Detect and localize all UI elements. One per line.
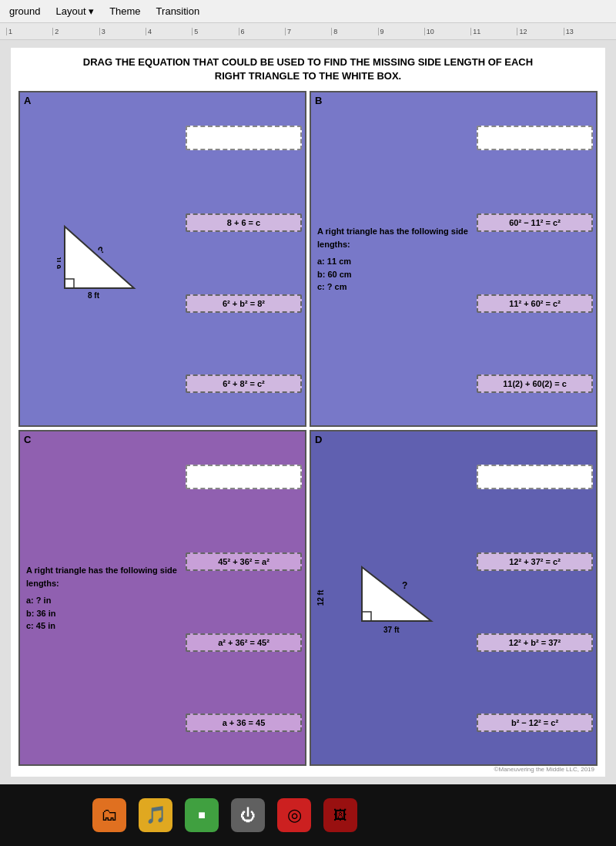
- slide-title: DRAG THE EQUATION THAT COULD BE USED TO …: [18, 55, 598, 83]
- ruler-mark: 12: [517, 28, 563, 35]
- quadrant-a: A ? 6 ft 8 ft: [18, 91, 306, 427]
- quad-d-right: 12² + 37² = c² 12² + b² = 37² b² − 12² =…: [477, 431, 596, 764]
- music-icon[interactable]: 🎵: [139, 798, 172, 832]
- title-line2: RIGHT TRIANGLE TO THE WHITE BOX.: [18, 69, 598, 83]
- copyright: ©Maneuvering the Middle LLC, 2019: [18, 766, 598, 773]
- ruler-mark: 7: [285, 28, 331, 35]
- quad-b-eq3[interactable]: 11(2) + 60(2) = c: [477, 374, 593, 393]
- quad-a-eq3[interactable]: 6² + 8² = c²: [186, 374, 302, 393]
- ruler-mark: 5: [192, 28, 238, 35]
- quad-d-answer-box[interactable]: [477, 465, 593, 489]
- quad-c-eq1[interactable]: 45² + 36² = a²: [186, 552, 302, 571]
- ruler: 1 2 3 4 5 6 7 8 9 10 11 12 13: [0, 23, 616, 40]
- quad-c-answer-box[interactable]: [186, 465, 302, 489]
- svg-text:37 ft: 37 ft: [383, 626, 400, 634]
- quadrant-d-label: D: [315, 434, 322, 445]
- menu-bar: ground Layout ▾ Theme Transition: [0, 0, 616, 23]
- quad-b-eq1[interactable]: 60² − 11² = c²: [477, 213, 593, 232]
- svg-text:?: ?: [95, 244, 106, 257]
- quadrant-grid: A ? 6 ft 8 ft: [18, 91, 598, 766]
- quad-a-left: ? 6 ft 8 ft: [20, 92, 186, 425]
- slide: DRAG THE EQUATION THAT COULD BE USED TO …: [11, 48, 605, 777]
- quad-d-eq2[interactable]: 12² + b² = 37²: [477, 633, 593, 652]
- svg-text:?: ?: [402, 580, 407, 591]
- power-icon[interactable]: ⏻: [231, 798, 265, 832]
- quad-c-info: A right triangle has the following side …: [23, 561, 182, 636]
- quad-b-left: A right triangle has the following side …: [311, 92, 477, 425]
- quad-a-right: 8 + 6 = c 6² + b² = 8² 6² + 8² = c²: [186, 92, 305, 425]
- quad-d-eq1[interactable]: 12² + 37² = c²: [477, 552, 593, 571]
- quad-c-right: 45² + 36² = a² a² + 36² = 45² a + 36 = 4…: [186, 431, 305, 764]
- ruler-mark: 4: [146, 28, 192, 35]
- chrome-icon[interactable]: ◎: [277, 798, 311, 832]
- quadrant-d: D 12 ft ? 37 ft: [310, 430, 598, 766]
- ruler-mark: 1: [6, 28, 52, 35]
- quad-a-answer-box[interactable]: [186, 126, 302, 150]
- svg-marker-4: [362, 567, 431, 621]
- quadrant-b: B A right triangle has the following sid…: [310, 91, 598, 427]
- quad-c-a: a: ? in: [26, 594, 179, 607]
- triangle-d-svg: ? 37 ft: [354, 559, 447, 636]
- quad-d-12ft-label: 12 ft: [316, 590, 325, 606]
- slide-area: DRAG THE EQUATION THAT COULD BE USED TO …: [0, 40, 616, 784]
- files-icon[interactable]: 🗂: [92, 798, 126, 832]
- quad-b-answer-box[interactable]: [477, 126, 593, 150]
- ruler-mark: 3: [99, 28, 146, 35]
- svg-text:6 ft: 6 ft: [57, 257, 62, 269]
- quad-c-c: c: 45 in: [26, 619, 179, 633]
- quad-c-eq3[interactable]: a + 36 = 45: [186, 713, 302, 732]
- ruler-mark: 6: [239, 28, 285, 35]
- quad-b-a: a: 11 cm: [317, 255, 470, 268]
- present-icon[interactable]: 🖼: [323, 798, 357, 832]
- ruler-mark: 8: [331, 28, 377, 35]
- title-line1: DRAG THE EQUATION THAT COULD BE USED TO …: [18, 55, 598, 69]
- menu-transition[interactable]: Transition: [153, 4, 203, 18]
- app-icon[interactable]: ■: [185, 798, 219, 832]
- ruler-mark: 11: [470, 28, 517, 35]
- svg-marker-0: [65, 227, 134, 288]
- menu-layout[interactable]: Layout ▾: [52, 4, 97, 18]
- quad-b-eq2[interactable]: 11² + 60² = c²: [477, 294, 593, 313]
- taskbar: 🗂 🎵 ■ ⏻ ◎ 🖼: [0, 784, 616, 846]
- quad-c-b: b: 36 in: [26, 607, 179, 620]
- quad-c-header: A right triangle has the following side …: [26, 564, 179, 589]
- svg-text:8 ft: 8 ft: [88, 291, 100, 300]
- quadrant-b-label: B: [315, 95, 322, 106]
- quad-d-left: 12 ft ? 37 ft: [311, 431, 477, 764]
- quadrant-a-label: A: [24, 95, 31, 106]
- ruler-mark: 2: [52, 28, 99, 35]
- ruler-mark: 9: [378, 28, 424, 35]
- quadrant-c-label: C: [24, 434, 31, 445]
- quad-b-header: A right triangle has the following side …: [317, 225, 470, 250]
- quad-c-left: A right triangle has the following side …: [20, 431, 186, 764]
- quad-b-b: b: 60 cm: [317, 268, 470, 281]
- ruler-mark: 10: [424, 28, 470, 35]
- quadrant-c: C A right triangle has the following sid…: [18, 430, 306, 766]
- quad-a-eq1[interactable]: 8 + 6 = c: [186, 213, 302, 232]
- quad-c-eq2[interactable]: a² + 36² = 45²: [186, 633, 302, 652]
- ruler-mark: 13: [564, 28, 610, 35]
- menu-ground[interactable]: ground: [6, 4, 43, 18]
- quad-d-eq3[interactable]: b² − 12² = c²: [477, 713, 593, 732]
- quad-a-eq2[interactable]: 6² + b² = 8²: [186, 294, 302, 313]
- quad-b-c: c: ? cm: [317, 280, 470, 294]
- quad-b-info: A right triangle has the following side …: [314, 222, 474, 297]
- triangle-a-svg: ? 6 ft 8 ft: [57, 219, 149, 300]
- quad-b-right: 60² − 11² = c² 11² + 60² = c² 11(2) + 60…: [477, 92, 596, 425]
- menu-theme[interactable]: Theme: [106, 4, 143, 18]
